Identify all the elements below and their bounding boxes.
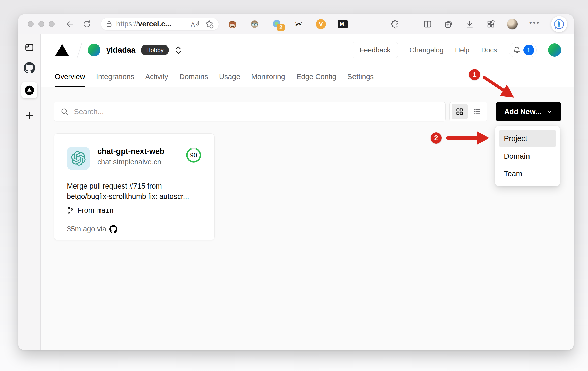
tab-overview[interactable]: Overview xyxy=(55,66,85,87)
grid-view-icon xyxy=(455,107,464,116)
tab-usage[interactable]: Usage xyxy=(219,66,240,87)
toolbar-divider xyxy=(411,20,411,29)
bing-chat-icon[interactable] xyxy=(551,16,567,32)
git-branch-icon xyxy=(67,207,74,214)
sidebar-divider xyxy=(22,105,36,105)
project-name[interactable]: chat-gpt-next-web xyxy=(97,147,164,156)
docs-link[interactable]: Docs xyxy=(481,46,497,54)
breadcrumb-slash xyxy=(77,42,82,58)
avatar-extension-icon[interactable] xyxy=(250,19,260,29)
search-bar[interactable] xyxy=(54,102,446,121)
refresh-button[interactable] xyxy=(82,19,92,29)
apps-grid-icon[interactable] xyxy=(486,19,496,29)
commit-message: Merge pull request #715 from betgo/bugfi… xyxy=(67,181,202,202)
changelog-link[interactable]: Changelog xyxy=(409,46,443,54)
extension-badge: 2 xyxy=(277,24,285,31)
team-switcher-icon[interactable] xyxy=(175,45,182,55)
notification-count: 1 xyxy=(523,45,534,55)
dashboard-main: Add New... chat-gpt-next-web chat.simple… xyxy=(41,87,574,350)
downloads-icon[interactable] xyxy=(465,19,475,29)
browser-window: https://vercel.c... A 2 ✂ V M↓ xyxy=(18,14,574,350)
svg-text:A: A xyxy=(191,21,195,28)
help-link[interactable]: Help xyxy=(455,46,470,54)
dropdown-item-domain[interactable]: Domain xyxy=(499,147,556,165)
dropdown-item-team[interactable]: Team xyxy=(499,165,556,182)
lighthouse-score: 90 xyxy=(185,147,202,163)
vercel-logo[interactable] xyxy=(55,43,69,57)
tab-monitoring[interactable]: Monitoring xyxy=(251,66,285,87)
list-view-icon xyxy=(473,107,481,116)
lock-icon xyxy=(106,21,113,28)
browser-sidebar xyxy=(18,34,41,350)
browser-profile-avatar[interactable] xyxy=(507,19,518,30)
feedback-button[interactable]: Feedback xyxy=(352,42,398,58)
extensions-menu-icon[interactable] xyxy=(390,19,400,29)
v-extension-icon[interactable]: V xyxy=(316,19,326,29)
github-icon xyxy=(109,225,117,233)
markdownload-extension-icon[interactable]: M↓ xyxy=(338,19,348,29)
tab-integrations[interactable]: Integrations xyxy=(96,66,134,87)
split-screen-icon[interactable] xyxy=(423,19,433,29)
browser-right-tools: ••• xyxy=(390,16,567,32)
tab-activity[interactable]: Activity xyxy=(145,66,168,87)
tab-edge-config[interactable]: Edge Config xyxy=(296,66,336,87)
deploy-meta: 35m ago via xyxy=(67,225,106,233)
add-new-dropdown: Project Domain Team xyxy=(495,126,560,186)
score-value: 90 xyxy=(185,147,202,163)
plan-badge: Hobby xyxy=(141,45,169,55)
chevron-down-icon xyxy=(546,108,553,115)
more-menu-icon[interactable]: ••• xyxy=(529,18,540,30)
tab-settings[interactable]: Settings xyxy=(347,66,374,87)
view-toggle xyxy=(449,102,487,121)
bell-icon xyxy=(513,46,521,54)
minimize-window-button[interactable] xyxy=(38,21,44,27)
github-tab-icon[interactable] xyxy=(24,62,35,75)
traffic-lights xyxy=(28,21,55,27)
vercel-header: yidadaa Hobby Feedback Changelog Help Do… xyxy=(41,34,574,87)
vercel-tab-active[interactable] xyxy=(21,82,37,98)
branch-prefix: From xyxy=(77,206,94,214)
close-window-button[interactable] xyxy=(28,21,34,27)
sidebar-pane-icon[interactable] xyxy=(24,42,34,54)
back-button[interactable] xyxy=(65,19,75,29)
tampermonkey-extension-icon[interactable] xyxy=(227,19,238,29)
dashboard-tabs: Overview Integrations Activity Domains U… xyxy=(41,66,574,87)
grid-view-button[interactable] xyxy=(452,104,468,119)
branch-name: main xyxy=(97,206,114,214)
notifications-button[interactable]: 1 xyxy=(509,43,537,57)
user-avatar[interactable] xyxy=(548,43,561,57)
read-aloud-icon[interactable]: A xyxy=(190,20,200,28)
add-new-button[interactable]: Add New... xyxy=(496,102,561,121)
team-name: yidadaa xyxy=(106,45,135,55)
openai-logo-icon xyxy=(71,151,86,166)
add-favorite-icon[interactable] xyxy=(204,19,214,29)
clipper-extension-icon[interactable]: ✂ xyxy=(294,19,304,29)
new-tab-button[interactable] xyxy=(25,111,34,121)
tab-domains[interactable]: Domains xyxy=(179,66,208,87)
maximize-window-button[interactable] xyxy=(49,21,55,27)
collections-icon[interactable] xyxy=(444,19,454,29)
project-favicon xyxy=(67,147,90,170)
dropdown-item-project[interactable]: Project xyxy=(499,130,556,147)
team-avatar[interactable] xyxy=(88,44,100,56)
extensions-row: 2 ✂ V M↓ xyxy=(227,19,348,29)
session-extension-icon[interactable]: 2 xyxy=(272,19,282,29)
url-text: https://vercel.c... xyxy=(116,20,190,28)
list-view-button[interactable] xyxy=(469,104,485,119)
search-icon xyxy=(60,107,69,116)
browser-toolbar: https://vercel.c... A 2 ✂ V M↓ xyxy=(18,14,574,34)
address-bar[interactable]: https://vercel.c... A xyxy=(101,18,219,30)
project-card[interactable]: chat-gpt-next-web chat.simplenaive.cn 90 xyxy=(54,133,215,240)
search-input[interactable] xyxy=(74,107,439,116)
project-domain[interactable]: chat.simplenaive.cn xyxy=(97,158,164,166)
